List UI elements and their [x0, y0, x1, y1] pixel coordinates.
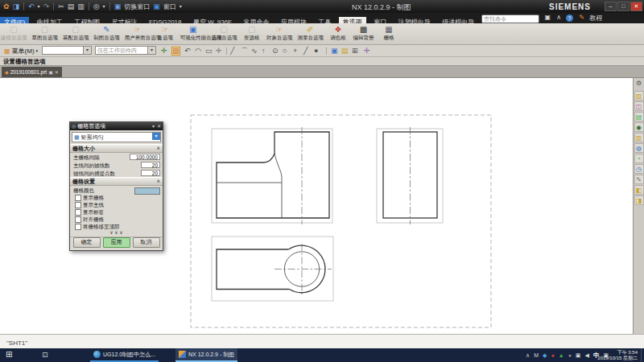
view-border-front[interactable] [212, 129, 332, 223]
tray-green-app-icon[interactable]: ▲ [559, 352, 564, 359]
close-tab-icon[interactable]: ✕ [55, 69, 59, 75]
snap-to-grid-checkbox[interactable] [75, 216, 81, 223]
start-button[interactable]: ⊞ [6, 350, 12, 359]
snap-arc-icon[interactable]: ◠ [195, 47, 201, 56]
tray-app-m-icon[interactable]: M [534, 352, 539, 359]
ribbon-button-grid[interactable]: ▦ 栅格 [379, 24, 398, 40]
ribbon-button-drafting-preferences[interactable]: ✎ 制图首选项 [93, 24, 119, 40]
manufacturing-wizard-icon[interactable]: ◧ [634, 185, 644, 195]
section-grid-settings[interactable]: 栅格设置 ∧ [70, 177, 163, 186]
reuse-library-icon[interactable]: ◉ [634, 122, 644, 132]
snap-midpoint-icon[interactable]: ⌒ [241, 47, 248, 56]
undo-caret-icon[interactable]: ▾ [38, 1, 40, 12]
snap-box-icon[interactable]: ▭ [205, 47, 213, 56]
show-shaded-icon[interactable]: ▣ [331, 47, 338, 56]
snap-point-icon[interactable]: ● [314, 47, 318, 56]
dialog-collapse-icon[interactable]: ▾ [152, 122, 155, 130]
window-layout-icon[interactable]: ⊞ [352, 47, 358, 56]
dialog-title-bar[interactable]: ◎ 栅格首选项 ▾ ✕ [70, 122, 163, 130]
snap-highlight-icon[interactable]: ▧ [171, 47, 180, 56]
pin-tab-icon[interactable]: ▣ [48, 69, 53, 75]
minimize-button[interactable]: – [605, 2, 617, 11]
ribbon-button-sketch-preferences[interactable]: ▢ 草图首选项 [31, 24, 57, 40]
show-labels-checkbox[interactable] [75, 209, 81, 216]
cut-icon[interactable]: ✂ [58, 1, 64, 12]
redo-icon[interactable]: ↷ [43, 1, 50, 12]
dialog-options-icon[interactable]: ◎ [72, 122, 76, 130]
document-tab[interactable]: ◆ 2019100601.prt ▣ ✕ [2, 67, 62, 77]
major-spacing-input[interactable]: 100.0000 [130, 154, 160, 160]
taskbar-clock[interactable]: 下午 3:54 2019/10/15 星期二 [597, 350, 638, 360]
show-desktop-button[interactable] [641, 348, 644, 362]
dialog-close-icon[interactable]: ✕ [157, 122, 161, 130]
tray-expand-icon[interactable]: ∧ [526, 352, 530, 359]
history-icon[interactable]: ◷ [634, 164, 644, 174]
snap-tangent-icon[interactable]: ╱ [303, 47, 308, 56]
paste-icon[interactable]: ▥ [77, 1, 85, 12]
snap-rollback-icon[interactable]: ↶ [184, 47, 191, 56]
help-icon[interactable]: ? [566, 14, 573, 22]
ribbon-button-object-preferences[interactable]: ☞ 对象首选项 [266, 24, 292, 40]
resource-settings-gear-icon[interactable]: ⚙ [634, 80, 644, 88]
snap-center-icon[interactable]: ⊙ [272, 47, 279, 56]
menu-button[interactable]: ▦ 菜单(M) ▾ [2, 46, 40, 56]
assembly-navigator-icon[interactable]: ▨ [634, 91, 644, 101]
taskbar-task-browser[interactable]: UG12.0制图中怎么... [90, 348, 159, 362]
snap-circle-icon[interactable]: ○ [283, 47, 287, 56]
undo-icon[interactable]: ↶ [28, 1, 35, 12]
selection-scope-caret-icon[interactable]: ▾ [147, 47, 155, 54]
ribbon-button-resource-board[interactable]: ▢ 资源板 [242, 24, 262, 40]
minor-lines-input[interactable]: 20 [141, 162, 160, 168]
ribbon-button-color-palette[interactable]: ❖ 调色板 [328, 24, 348, 40]
snap-move-icon[interactable]: ✛ [216, 47, 222, 56]
dialog-more-chevrons[interactable]: ∨ ∨ ∨ [70, 230, 163, 236]
selection-filter-caret-icon[interactable]: ▾ [83, 47, 91, 54]
front-view-transition-edge[interactable] [275, 154, 282, 218]
repeat-command-icon[interactable]: ◎ [93, 1, 100, 12]
save-icon[interactable]: ◨ [13, 1, 20, 12]
roles-icon[interactable]: ◨ [634, 195, 644, 205]
cancel-button[interactable]: 取消 [133, 237, 160, 248]
ribbon-button-edit-background[interactable]: ▩ 编辑背景 [353, 24, 374, 40]
apply-button[interactable]: 应用 [103, 237, 130, 248]
grid-on-top-checkbox[interactable] [75, 224, 81, 230]
section-collapse-icon[interactable]: ∧ [157, 178, 160, 185]
snap-points-input[interactable]: 20 [141, 170, 160, 176]
snap-intersection-icon[interactable]: + [293, 47, 297, 56]
minimize-ribbon-icon[interactable]: ∧ [556, 14, 561, 21]
hd3d-tools-icon[interactable]: ◍ [634, 143, 644, 153]
copy-icon[interactable]: ▤ [68, 1, 75, 12]
grid-type-combo[interactable]: ▦ 矩形均匀 ▾ [72, 132, 161, 142]
part-navigator-icon[interactable]: ▤ [634, 112, 644, 121]
show-major-lines-checkbox[interactable] [75, 202, 81, 208]
view-border-top[interactable] [212, 237, 333, 301]
app-icon[interactable]: ✿ [3, 1, 10, 12]
window-button[interactable]: 窗口 [163, 2, 176, 11]
tray-gray-app-icon[interactable]: ● [568, 352, 572, 359]
front-view-outline[interactable] [217, 132, 329, 218]
show-grid-checkbox[interactable] [75, 195, 81, 201]
ribbon-button-visualization-performance[interactable]: ▣ 可视化性能首选项 [180, 24, 206, 40]
view-border-side[interactable] [377, 129, 443, 223]
window-caret-icon[interactable]: ▾ [180, 1, 182, 12]
ribbon-button-preferences[interactable]: ☞ 首选项 [155, 24, 175, 40]
constraint-navigator-icon[interactable]: ◫ [634, 101, 644, 111]
ribbon-button-assembly-preferences[interactable]: ▢ 装配首选项 [63, 24, 89, 40]
tool-palette-icon[interactable]: ✛ [364, 47, 370, 56]
snap-endpoint-icon[interactable]: ╱ [230, 47, 234, 56]
taskbar-task-nx[interactable]: NX 12.0.2.9 - 制图 [175, 348, 237, 362]
ribbon-button-ui-preferences[interactable]: ☞ 用户界面首选项 [125, 24, 151, 40]
tutorial-label[interactable]: 教程 [589, 13, 602, 23]
tray-red-app-icon[interactable]: ● [551, 352, 554, 359]
view-manager-icon[interactable]: ▥ [634, 133, 644, 142]
window-icon[interactable]: ▣ [153, 1, 160, 12]
snap-spline-icon[interactable]: ∿ [251, 47, 258, 56]
command-search-input[interactable] [481, 14, 539, 23]
section-collapse-icon[interactable]: ∧ [157, 145, 160, 152]
section-grid-size[interactable]: 栅格大小 ∧ [70, 144, 163, 153]
ok-button[interactable]: 确定 [73, 237, 101, 248]
switch-window-icon[interactable]: ▣ [114, 1, 122, 12]
task-view-button[interactable]: ⊡ [42, 351, 48, 359]
show-wireframe-icon[interactable]: ▤ [341, 47, 349, 56]
web-browser-icon[interactable]: ◔ [634, 154, 644, 163]
